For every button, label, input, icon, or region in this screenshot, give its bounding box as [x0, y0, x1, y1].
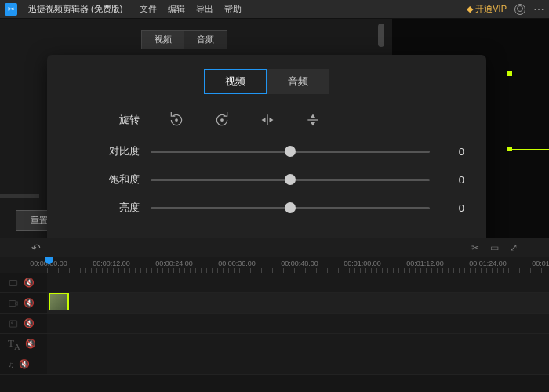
track-text: TA🔇: [0, 334, 549, 354]
mute-icon[interactable]: 🔇: [25, 339, 36, 349]
saturation-slider[interactable]: [151, 179, 430, 181]
flip-horizontal-icon[interactable]: [259, 111, 276, 129]
vip-button[interactable]: ◆ 开通VIP: [467, 3, 507, 15]
timestamp: 00:00:12.00: [93, 260, 130, 267]
saturation-value: 0: [441, 174, 464, 186]
diamond-icon: ◆: [467, 4, 473, 14]
svg-rect-9: [9, 300, 16, 306]
cut-icon[interactable]: ✂: [471, 242, 479, 253]
timestamp: 00:01:00.00: [344, 260, 381, 267]
timestamp: 00:00:24.00: [155, 260, 193, 267]
scrollbar[interactable]: [378, 24, 384, 47]
timestamp: 00:01:12.00: [406, 260, 444, 267]
slider-thumb[interactable]: [285, 146, 296, 157]
svg-marker-3: [262, 118, 266, 123]
timestamp: 00:00:48.00: [281, 260, 318, 267]
tool-icon[interactable]: ⤢: [510, 242, 518, 253]
track-audio: ♫🔇: [0, 354, 549, 375]
track-body[interactable]: [47, 273, 549, 292]
panel-tabs: 视频 音频: [69, 69, 464, 94]
contrast-label: 对比度: [100, 144, 140, 158]
svg-marker-7: [311, 122, 316, 126]
undo-icon[interactable]: ↶: [31, 241, 41, 254]
contrast-slider[interactable]: [151, 151, 430, 153]
slider-thumb[interactable]: [285, 174, 296, 185]
track-head[interactable]: 🔇: [0, 298, 47, 309]
track-body[interactable]: [47, 334, 549, 354]
track-body[interactable]: [47, 354, 549, 374]
rotate-cw-icon[interactable]: [213, 111, 231, 129]
track-body[interactable]: [47, 314, 549, 333]
svg-rect-8: [9, 280, 16, 285]
track-head[interactable]: TA🔇: [0, 337, 47, 351]
svg-point-0: [176, 119, 178, 122]
preview-marker-line: [510, 149, 549, 150]
bg-tab-audio[interactable]: 音频: [184, 31, 227, 49]
track-head[interactable]: ♫🔇: [0, 359, 47, 369]
menu-export[interactable]: 导出: [196, 3, 213, 15]
mute-icon[interactable]: 🔇: [24, 298, 35, 308]
timestamp: 00:00:36.00: [218, 260, 256, 267]
svg-rect-10: [9, 320, 16, 326]
tab-audio[interactable]: 音频: [267, 69, 329, 94]
track-video: 🔇: [0, 293, 549, 314]
video-clip[interactable]: [49, 293, 69, 310]
music-icon: ♫: [8, 360, 14, 369]
mute-icon[interactable]: 🔇: [24, 318, 35, 328]
svg-point-1: [221, 119, 224, 122]
slider-thumb[interactable]: [285, 202, 296, 213]
contrast-row: 对比度 0: [100, 144, 464, 158]
svg-marker-6: [311, 114, 316, 118]
vip-label: 开通VIP: [475, 3, 507, 15]
preview-marker-dot: [507, 71, 512, 76]
timestamp: 00:01:24.00: [469, 260, 507, 267]
track-overlay: 🔇: [0, 273, 549, 293]
contrast-value: 0: [441, 146, 464, 158]
mute-icon[interactable]: 🔇: [24, 278, 35, 288]
brightness-slider[interactable]: [151, 207, 430, 209]
more-icon[interactable]: ⋯: [533, 3, 544, 16]
menu-help[interactable]: 帮助: [224, 3, 242, 15]
preview-marker-dot: [507, 147, 512, 151]
track-head[interactable]: 🔇: [0, 318, 47, 329]
time-ruler[interactable]: 00:00:00.00 00:00:12.00 00:00:24.00 00:0…: [0, 257, 549, 273]
preview-marker-line: [510, 74, 549, 74]
timestamp: 00:01:36.00: [532, 260, 549, 267]
app-title: 迅捷视频剪辑器 (免费版): [28, 3, 122, 15]
adjust-panel: 视频 音频 旋转 对比度 0 饱和度 0 亮度 0: [47, 55, 486, 251]
tool-icon[interactable]: ▭: [490, 242, 499, 253]
app-logo: ✂: [5, 3, 17, 16]
saturation-label: 饱和度: [100, 172, 140, 187]
timeline: 00:00:00.00 00:00:12.00 00:00:24.00 00:0…: [0, 257, 549, 392]
flip-vertical-icon[interactable]: [304, 111, 322, 129]
rotate-ccw-icon[interactable]: [168, 111, 185, 129]
menu-file[interactable]: 文件: [140, 3, 157, 15]
track-head[interactable]: 🔇: [0, 278, 47, 289]
track-image: 🔇: [0, 314, 549, 334]
bg-tabs: 视频 音频: [141, 30, 227, 49]
track-body[interactable]: [47, 293, 549, 313]
menu-bar: ✂ 迅捷视频剪辑器 (免费版) 文件 编辑 导出 帮助 ◆ 开通VIP ⋯: [0, 0, 549, 19]
svg-point-11: [11, 321, 13, 323]
rotate-row: 旋转: [108, 111, 464, 129]
user-icon[interactable]: [514, 4, 525, 15]
svg-marker-4: [270, 118, 274, 123]
brightness-row: 亮度 0: [100, 201, 464, 215]
rotate-label: 旋转: [108, 113, 140, 127]
mid-toolbar: ↶ ✂ ▭ ⤢: [0, 238, 549, 257]
bg-tab-video[interactable]: 视频: [142, 31, 184, 49]
brightness-value: 0: [441, 202, 464, 214]
menu-edit[interactable]: 编辑: [168, 3, 185, 15]
left-strip: [0, 194, 39, 198]
tab-video[interactable]: 视频: [204, 69, 267, 94]
tracks: 🔇 🔇 🔇 TA🔇 ♫🔇: [0, 273, 549, 392]
saturation-row: 饱和度 0: [100, 172, 464, 187]
mute-icon[interactable]: 🔇: [19, 359, 30, 369]
brightness-label: 亮度: [100, 201, 140, 215]
